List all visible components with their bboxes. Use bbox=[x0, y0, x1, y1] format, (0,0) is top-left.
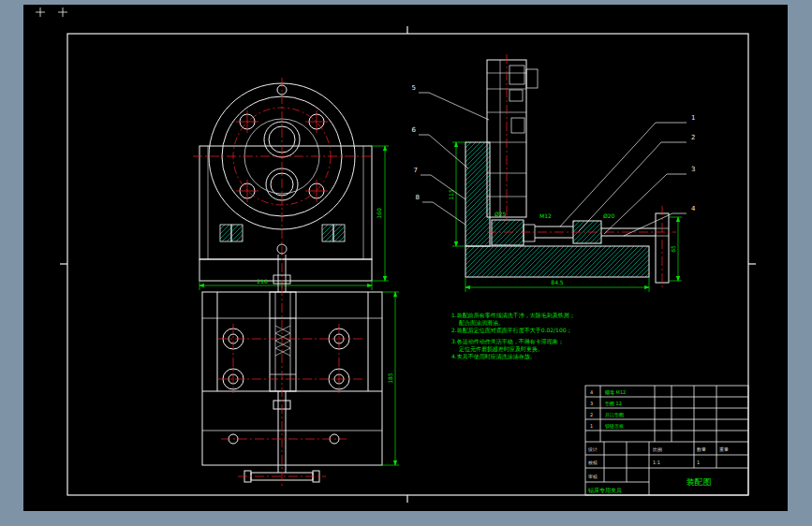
cell-qty-label: 数量 bbox=[697, 446, 706, 452]
dim-section-bottom: 84.5 bbox=[551, 279, 564, 285]
cell-scale-label: 比例 bbox=[653, 446, 662, 453]
balloon-1: 1 bbox=[691, 114, 695, 122]
cell-qty-value: 1 bbox=[697, 460, 700, 465]
balloon-2: 2 bbox=[691, 134, 695, 141]
cell-scale-value: 1:1 bbox=[653, 460, 660, 465]
bom-name-4: 铰链压板 bbox=[605, 423, 624, 430]
dim-top-height: 160 bbox=[376, 208, 382, 219]
bom-name-1: 螺母 M12 bbox=[605, 389, 626, 395]
cell-design: 设计 bbox=[587, 446, 598, 452]
cad-viewer: 160 210 bbox=[0, 0, 812, 526]
note-line-5: 定位元件磨损超差时应及时更换。 bbox=[459, 345, 543, 353]
bom-no-2: 3 bbox=[590, 401, 593, 406]
bom-no-3: 2 bbox=[590, 412, 593, 417]
dim-pin-right: 65 bbox=[670, 245, 676, 253]
note-line-3: 2.装配后定位面对底面平行度不大于0.02/100； bbox=[451, 327, 572, 334]
dim-dia: Ø20 bbox=[603, 212, 615, 219]
drawing-canvas[interactable]: 160 210 bbox=[0, 0, 812, 526]
dim-thread: M12 bbox=[539, 212, 552, 219]
balloon-7: 7 bbox=[414, 167, 418, 174]
drawing-title: 装配图 bbox=[687, 477, 712, 487]
note-line-4: 3.各运动件动作灵活平稳，不得有卡滞现象； bbox=[451, 338, 564, 345]
note-line-1: 1.装配前所有零件须清洗干净，去除毛刺及铁屑； bbox=[451, 312, 575, 319]
balloon-5: 5 bbox=[412, 84, 416, 92]
bom-no-4: 1 bbox=[590, 423, 593, 429]
cell-audit: 审核 bbox=[588, 474, 598, 479]
note-line-6: 4.夹具不使用时应清洗涂油存放。 bbox=[451, 353, 536, 360]
note-line-2: 配合面涂润滑油。 bbox=[459, 319, 504, 327]
bom-name-3: 开口垫圈 bbox=[605, 412, 624, 418]
bom-name-2: 垫圈 12 bbox=[605, 401, 622, 406]
balloon-4: 4 bbox=[691, 205, 696, 212]
dim-dia2: Ø25 bbox=[495, 211, 507, 217]
balloon-8: 8 bbox=[416, 194, 420, 201]
cell-weight-label: 重量 bbox=[719, 446, 729, 452]
dim-top-width: 210 bbox=[257, 278, 268, 285]
bom-no-1: 4 bbox=[590, 389, 593, 395]
balloon-3: 3 bbox=[691, 166, 695, 173]
paper-background bbox=[23, 5, 788, 511]
drawing-subtitle: 钻床专用夹具 bbox=[587, 487, 622, 494]
cell-check: 校核 bbox=[587, 460, 598, 465]
dim-front-height: 185 bbox=[387, 373, 393, 384]
balloon-6: 6 bbox=[412, 126, 417, 134]
